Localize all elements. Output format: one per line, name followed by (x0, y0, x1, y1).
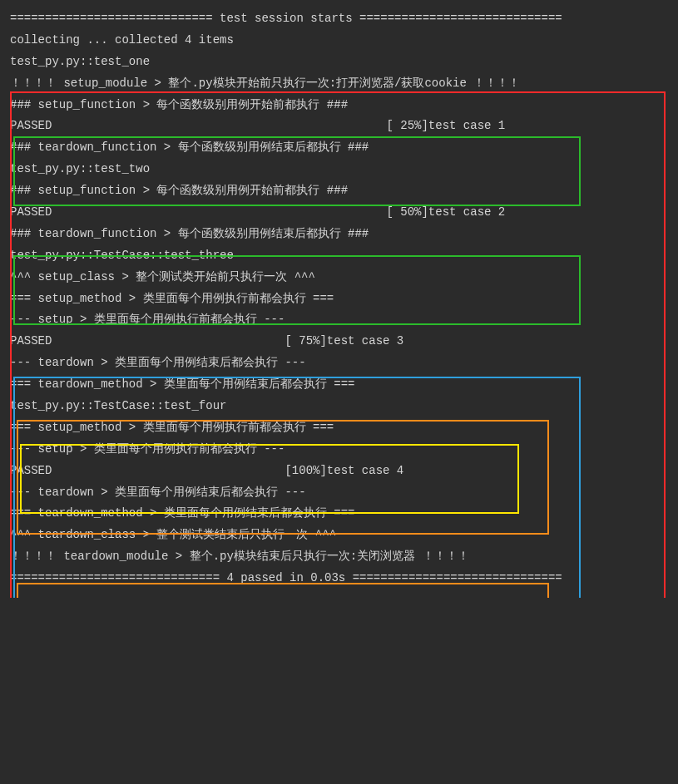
setup-function-line: ### setup_function > 每个函数级别用例开始前都执行 ### (10, 95, 668, 116)
test4-name: test_py.py::TestCase::test_four (10, 396, 668, 417)
teardown-method-line: === teardown_method > 类里面每个用例结束后都会执行 === (10, 503, 668, 525)
percent-50: [ 50%] (386, 202, 428, 224)
session-header: ============================= test sessi… (10, 8, 668, 30)
percent-75: [ 75%] (285, 331, 326, 353)
teardown-inner-line: --- teardown > 类里面每个用例结束后都会执行 --- (10, 482, 668, 504)
terminal-output: ============================= test sessi… (10, 8, 668, 589)
test-case-2-label: test case 2 (428, 202, 505, 224)
test1-name: test_py.py::test_one (10, 52, 668, 73)
setup-inner-line: --- setup > 类里面每个用例执行前都会执行 --- (10, 309, 668, 331)
setup-module-line: ！！！！ setup_module > 整个.py模块开始前只执行一次:打开浏览… (10, 73, 668, 95)
setup-method-line: === setup_method > 类里面每个用例执行前都会执行 === (10, 417, 668, 439)
passed-word: PASSED (10, 116, 52, 137)
percent-25: [ 25%] (386, 116, 428, 137)
teardown-method-line: === teardown_method > 类里面每个用例结束后都会执行 === (10, 374, 668, 396)
setup-inner-line: --- setup > 类里面每个用例执行前都会执行 --- (10, 439, 668, 461)
teardown-module-line: ！！！！ teardown_module > 整个.py模块结束后只执行一次:关… (10, 546, 668, 568)
passed-line-3: PASSED [ 75%] test case 3 (10, 331, 668, 353)
test3-name: test_py.py::TestCase::test_three (10, 245, 668, 267)
passed-line-2: PASSED [ 50%] test case 2 (10, 202, 668, 224)
passed-word: PASSED (10, 331, 52, 353)
teardown-function-line: ### teardown_function > 每个函数级别用例结束后都执行 #… (10, 224, 668, 245)
passed-word: PASSED (10, 461, 52, 482)
passed-word: PASSED (10, 202, 52, 224)
setup-class-line: ^^^ setup_class > 整个测试类开始前只执行一次 ^^^ (10, 267, 668, 288)
test-case-3-label: test case 3 (327, 331, 403, 353)
collecting-line: collecting ... collected 4 items (10, 30, 668, 52)
teardown-function-line: ### teardown_function > 每个函数级别用例结束后都执行 #… (10, 137, 668, 159)
teardown-inner-line: --- teardown > 类里面每个用例结束后都会执行 --- (10, 353, 668, 374)
test-case-1-label: test case 1 (428, 116, 505, 137)
setup-method-line: === setup_method > 类里面每个用例执行前都会执行 === (10, 288, 668, 310)
teardown-class-line: ^^^ teardown_class > 整个测试类结束后只执行一次 ^^^ (10, 525, 668, 546)
passed-line-1: PASSED [ 25%] test case 1 (10, 116, 668, 137)
passed-line-4: PASSED [100%] test case 4 (10, 461, 668, 482)
percent-100: [100%] (285, 461, 326, 482)
session-footer: ============================== 4 passed … (10, 568, 668, 589)
test2-name: test_py.py::test_two (10, 159, 668, 180)
setup-function-line: ### setup_function > 每个函数级别用例开始前都执行 ### (10, 180, 668, 202)
test-case-4-label: test case 4 (327, 461, 403, 482)
